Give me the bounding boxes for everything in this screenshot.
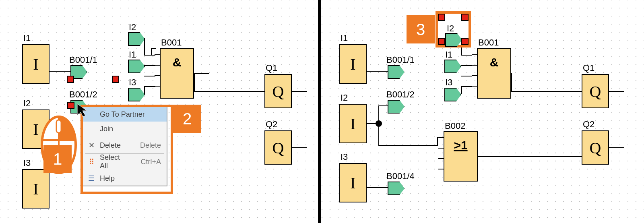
and-gate-r[interactable]: & xyxy=(477,48,511,99)
selection-handle[interactable] xyxy=(461,14,469,21)
gate-input-tick xyxy=(438,169,444,169)
gate-input-tick xyxy=(155,65,160,66)
gatein-i2[interactable] xyxy=(128,32,145,46)
wire xyxy=(194,73,195,92)
cursor-icon xyxy=(76,103,89,118)
wire xyxy=(367,187,388,188)
output-q1-r[interactable]: Q xyxy=(582,74,609,108)
gate-input-tick xyxy=(155,54,160,55)
output-q2-r[interactable]: Q xyxy=(582,130,609,165)
or-gate[interactable]: >1 xyxy=(444,131,478,182)
input-label-i1: I1 xyxy=(23,33,31,43)
svg-rect-1 xyxy=(56,120,61,133)
selectall-icon: ⠿ xyxy=(87,157,96,166)
callout-badge-2: 2 xyxy=(173,105,201,133)
io-symbol: Q xyxy=(272,138,284,157)
junction-dot xyxy=(376,120,382,127)
ctx-join[interactable]: Join xyxy=(83,122,167,136)
wire xyxy=(609,147,624,148)
output-label: Q2 xyxy=(266,119,277,130)
cut-connector-r4[interactable] xyxy=(388,182,405,195)
selection-handle[interactable] xyxy=(438,38,445,45)
panel-divider xyxy=(318,0,321,223)
wire xyxy=(292,147,307,148)
output-label-r2: Q2 xyxy=(583,119,594,130)
ctx-delete[interactable]: ✕ Delete Delete xyxy=(83,138,167,153)
selection-handle[interactable] xyxy=(112,76,119,83)
input-block-i1-r[interactable]: I xyxy=(339,44,367,84)
gatein-label: I2 xyxy=(129,22,136,33)
gatein-label: I1 xyxy=(129,50,136,60)
input-label-i2: I2 xyxy=(23,98,31,109)
gate-input-tick xyxy=(438,137,444,138)
wire xyxy=(292,91,307,92)
wire xyxy=(609,91,624,92)
gate-label-r: B001 xyxy=(478,37,499,48)
gate-symbol: >1 xyxy=(454,138,467,152)
wire xyxy=(461,86,472,87)
gate-input-tick xyxy=(472,86,477,87)
io-symbol: Q xyxy=(590,138,601,157)
gate-input-tick xyxy=(155,75,160,76)
cut-label-r1: B001/1 xyxy=(386,55,415,65)
gate-label-b002: B002 xyxy=(445,121,465,131)
wire xyxy=(144,38,145,56)
input-block-i1[interactable]: I xyxy=(22,44,50,84)
wire xyxy=(511,91,582,92)
gatein-i1[interactable] xyxy=(128,60,145,73)
gatein-label-r-sel: I2 xyxy=(447,23,454,34)
callout-badge-3: 3 xyxy=(407,15,435,43)
cut-label-b0012: B001/2 xyxy=(69,89,97,100)
output-q2[interactable]: Q xyxy=(264,130,292,165)
wire xyxy=(144,86,155,87)
io-symbol: I xyxy=(33,180,38,198)
and-gate[interactable]: & xyxy=(160,48,194,99)
context-menu: Go To Partner Join ✕ Delete Delete ⠿ Sel… xyxy=(82,106,167,186)
io-symbol: I xyxy=(350,55,355,74)
output-label-r: Q1 xyxy=(583,63,594,73)
wire xyxy=(511,73,512,92)
gatein-i3[interactable] xyxy=(128,88,145,101)
ctx-help[interactable]: ☰ Help xyxy=(83,171,167,186)
gate-input-tick xyxy=(438,148,444,149)
wire xyxy=(144,86,145,94)
gate-input-tick xyxy=(472,54,477,55)
input-label-i1-r: I1 xyxy=(341,33,348,43)
wire xyxy=(144,76,155,76)
output-q1[interactable]: Q xyxy=(264,74,292,108)
cut-connector-r2[interactable] xyxy=(388,100,405,114)
wire xyxy=(461,55,472,56)
wire xyxy=(378,105,388,106)
selection-handle[interactable] xyxy=(461,38,469,45)
io-symbol: I xyxy=(350,114,355,133)
ctx-select-all[interactable]: ⠿ Select All Ctrl+A xyxy=(83,155,167,169)
wire xyxy=(437,137,438,146)
gate-label: B001 xyxy=(161,37,182,48)
selection-handle[interactable] xyxy=(438,14,445,21)
gate-input-tick xyxy=(438,158,444,159)
ctx-goto-partner[interactable]: Go To Partner xyxy=(83,107,167,122)
input-block-i3-r[interactable]: I xyxy=(339,163,367,202)
input-label-i3-r: I3 xyxy=(341,152,348,162)
selection-handle[interactable] xyxy=(67,76,74,83)
wire xyxy=(378,145,438,146)
wire xyxy=(194,73,209,74)
input-block-i2-r[interactable]: I xyxy=(339,104,367,143)
selection-handle[interactable] xyxy=(67,102,74,109)
input-label-i2-r: I2 xyxy=(341,93,348,103)
gate-input-tick xyxy=(472,75,477,76)
input-label-i3: I3 xyxy=(23,158,31,168)
wire xyxy=(194,91,265,92)
separator xyxy=(85,137,164,137)
wire xyxy=(461,86,462,94)
gate-input-tick xyxy=(472,65,477,66)
wire xyxy=(461,65,472,66)
gatein-i1-r[interactable] xyxy=(444,60,461,73)
cut-connector-r1[interactable] xyxy=(388,65,405,79)
callout-badge-1: 1 xyxy=(43,145,72,173)
wire xyxy=(151,48,152,55)
gatein-i3-r[interactable] xyxy=(444,88,461,101)
wire xyxy=(151,48,156,49)
gate-input-tick xyxy=(155,86,160,87)
wire xyxy=(367,71,388,72)
